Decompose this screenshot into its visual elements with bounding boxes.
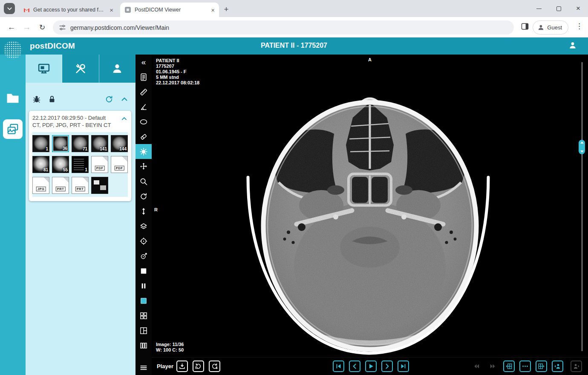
sync-series-button[interactable] — [105, 95, 113, 104]
play-button[interactable] — [365, 361, 377, 372]
tab-close-icon[interactable]: × — [211, 6, 215, 14]
report-icon — [139, 73, 148, 81]
more-options-button[interactable] — [519, 361, 531, 372]
series-thumbnail[interactable]: 1 — [72, 156, 89, 173]
layout-columns-tool[interactable] — [135, 338, 152, 353]
zoom-tool[interactable] — [135, 174, 152, 189]
browser-profile-button[interactable]: Guest — [533, 20, 568, 35]
crosshair-tool[interactable] — [135, 234, 152, 248]
document-thumbnail[interactable]: PRT — [72, 177, 89, 194]
pan-icon — [139, 162, 148, 171]
account-button[interactable] — [568, 41, 577, 49]
address-bar[interactable]: germany.postdicom.com/Viewer/Main — [53, 20, 514, 35]
toolbar-menu-button[interactable] — [135, 360, 152, 375]
browser-toolbar: ← → ↻ germany.postdicom.com/Viewer/Main … — [0, 17, 588, 38]
app-logo[interactable]: postDICOM — [30, 41, 75, 51]
previous-layout-button[interactable] — [503, 361, 515, 372]
rotate-tool[interactable] — [135, 189, 152, 204]
eraser-tool[interactable] — [135, 129, 152, 144]
pan-tool[interactable] — [135, 159, 152, 174]
scroll-tool[interactable] — [135, 204, 152, 219]
overlay-window-level: W: 100 C: 50 — [156, 347, 184, 353]
series-thumbnail[interactable]: 1 — [32, 135, 49, 152]
study-collapse-button[interactable] — [121, 115, 128, 122]
window-minimize-button[interactable] — [529, 0, 549, 17]
layout-2x2-tool[interactable] — [135, 308, 152, 323]
loop-mode-button[interactable] — [193, 361, 204, 372]
collapse-panel-button[interactable]: « — [135, 55, 152, 69]
chevron-left-icon — [351, 363, 358, 370]
overlay-image-counter: Image: 11/36 — [156, 342, 184, 347]
image-scrollbar-handle[interactable] — [579, 140, 585, 154]
orientation-marker-anterior: A — [368, 57, 372, 63]
export-button[interactable] — [176, 361, 188, 372]
forward-button[interactable]: → — [20, 20, 34, 35]
previous-image-button[interactable] — [349, 361, 360, 372]
localizer-tool[interactable] — [135, 248, 152, 263]
ellipse-tool[interactable] — [135, 114, 152, 129]
tab-search-button[interactable] — [4, 3, 15, 14]
app-nav-strip — [0, 55, 26, 375]
pause-tool[interactable] — [135, 278, 152, 293]
series-thumbnail[interactable]: 81 — [32, 156, 49, 173]
series-panel: 22.12.2017 08:29:50 - Default CT, PDF, J… — [26, 55, 135, 375]
document-thumbnail[interactable]: PDF — [91, 156, 108, 173]
folders-nav-button[interactable] — [5, 90, 20, 107]
tab-close-icon[interactable]: × — [110, 6, 113, 14]
lock-icon[interactable] — [48, 95, 56, 104]
series-thumbnail[interactable]: 144 — [111, 135, 128, 152]
series-thumbnail-selected[interactable]: 36 — [52, 135, 69, 152]
report-tool[interactable] — [135, 69, 152, 84]
double-chevron-right-icon — [489, 363, 496, 370]
solid-square-tool[interactable] — [135, 263, 152, 278]
next-layout-button[interactable] — [536, 361, 547, 372]
window-close-button[interactable]: × — [568, 0, 588, 17]
ruler-tool[interactable] — [135, 84, 152, 99]
grid-2x2-icon — [139, 312, 148, 320]
postdicom-globe-logo[interactable] — [2, 39, 23, 62]
tab-study-display[interactable] — [26, 55, 62, 83]
new-tab-button[interactable]: + — [221, 4, 232, 15]
series-thumbnail[interactable]: 55 — [52, 156, 69, 173]
series-thumbnail[interactable]: 71 — [72, 135, 89, 152]
images-nav-button[interactable] — [3, 119, 23, 139]
tab-patient-info[interactable] — [99, 55, 135, 83]
series-thumbnail[interactable]: 141 — [91, 135, 108, 152]
image-scrollbar-track[interactable] — [582, 62, 582, 351]
layout-split-tool[interactable] — [135, 323, 152, 338]
first-image-button[interactable] — [333, 361, 344, 372]
tab-tools[interactable] — [62, 55, 99, 83]
sweep-mode-button[interactable] — [209, 361, 220, 372]
browser-tab-postdicom[interactable]: PostDICOM Viewer × — [120, 3, 219, 17]
browser-menu-button[interactable]: ⋮ — [576, 22, 583, 31]
browser-tab-gmail[interactable]: Get access to your shared folde × — [19, 3, 118, 17]
postdicom-favicon-icon — [124, 6, 131, 13]
bug-icon[interactable] — [32, 95, 41, 104]
collapse-series-button[interactable] — [120, 95, 129, 104]
window-maximize-button[interactable] — [549, 0, 568, 17]
layers-icon — [139, 222, 148, 231]
stack-tool[interactable] — [135, 219, 152, 234]
back-button[interactable]: ← — [4, 20, 19, 35]
sync-icon — [105, 95, 113, 104]
active-viewport-tool[interactable] — [135, 293, 152, 308]
viewport[interactable]: PATIENT II 1775207 01.06.1945 - F 5 MM s… — [152, 55, 588, 357]
document-thumbnail[interactable]: PDF — [111, 156, 128, 173]
overlay-patient-id: 1775207 — [156, 63, 199, 69]
document-thumbnail[interactable]: PRT — [52, 177, 69, 194]
previous-patient-button[interactable] — [552, 361, 563, 372]
window-level-tool[interactable] — [135, 144, 152, 159]
teal-square-icon — [139, 297, 148, 305]
last-image-button[interactable] — [398, 361, 409, 372]
next-patient-button-disabled[interactable] — [571, 361, 582, 372]
montage-thumbnail[interactable] — [91, 177, 108, 194]
document-thumbnail[interactable]: JPG — [32, 177, 49, 194]
rewind-button-disabled[interactable] — [471, 361, 482, 372]
side-panel-button[interactable] — [521, 22, 529, 31]
site-info-icon[interactable] — [59, 24, 66, 31]
download-icon — [179, 363, 186, 370]
forward-button-disabled[interactable] — [487, 361, 499, 372]
angle-tool[interactable] — [135, 99, 152, 114]
next-image-button[interactable] — [381, 361, 393, 372]
reload-button[interactable]: ↻ — [35, 20, 49, 35]
